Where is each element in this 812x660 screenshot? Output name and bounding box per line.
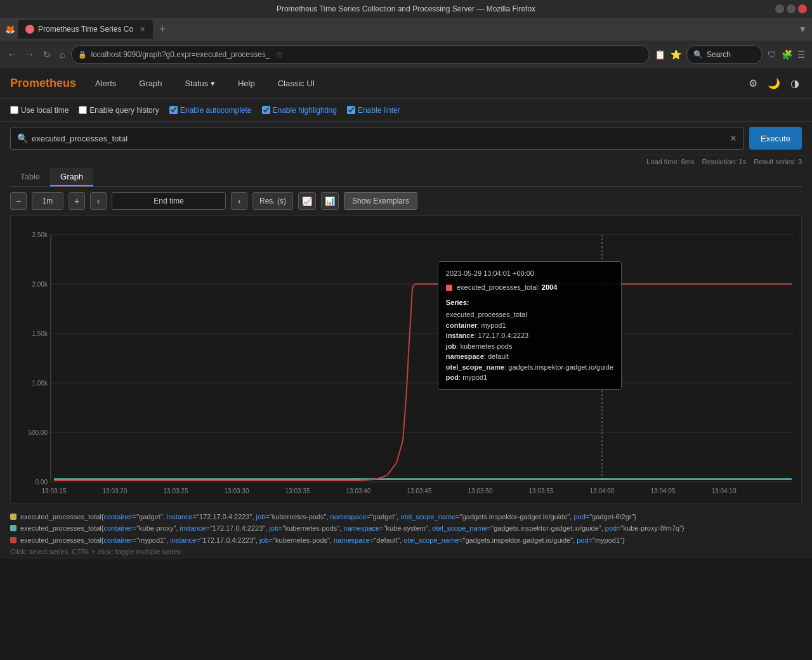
- new-tab-btn[interactable]: +: [155, 23, 170, 36]
- query-search-icon: 🔍: [17, 133, 28, 143]
- y-label-1500: 1.50k: [32, 330, 48, 337]
- titlebar: Prometheus Time Series Collection and Pr…: [0, 0, 812, 18]
- tab-title: Prometheus Time Series Co: [38, 25, 133, 34]
- main-content: Load time: 6ms Resolution: 1s Result ser…: [0, 155, 812, 559]
- legend-area: executed_processes_total{container="gadg…: [10, 508, 802, 559]
- forward-btn[interactable]: →: [23, 48, 37, 61]
- url-display: localhost:9090/graph?g0.expr=executed_pr…: [91, 50, 270, 59]
- x-label-6: 13:03:45: [407, 488, 432, 495]
- graph-controls: − 1m + ‹ End time › Res. (s) 📈 📊 Show Ex…: [10, 187, 802, 215]
- browser-search-label: Search: [707, 50, 731, 59]
- series-3-line: [54, 284, 792, 481]
- query-input-wrapper[interactable]: 🔍 ✕: [10, 127, 744, 150]
- show-exemplars-btn[interactable]: Show Exemplars: [344, 192, 417, 210]
- x-label-4: 13:03:35: [285, 488, 310, 495]
- star-icon[interactable]: ⭐: [669, 48, 683, 61]
- maximize-btn[interactable]: [787, 4, 796, 13]
- browser-toolbar-icons: 📋 ⭐: [653, 48, 683, 61]
- execute-btn[interactable]: Execute: [749, 127, 802, 150]
- tab-graph[interactable]: Graph: [50, 168, 93, 186]
- contrast-btn[interactable]: ◑: [788, 75, 802, 92]
- resolution-btn[interactable]: Res. (s): [252, 192, 293, 210]
- highlighting-option[interactable]: Enable highlighting: [262, 106, 337, 115]
- browser-tabbar: 🦊 Prometheus Time Series Co ✕ + ▼: [0, 18, 812, 41]
- titlebar-controls: [775, 4, 807, 13]
- line-chart-btn[interactable]: 📈: [298, 192, 316, 210]
- use-local-time-option[interactable]: Use local time: [10, 106, 69, 115]
- minimize-btn[interactable]: [775, 4, 784, 13]
- x-label-7: 13:03:50: [468, 488, 493, 495]
- autocomplete-option[interactable]: Enable autocomplete: [169, 106, 252, 115]
- next-time-btn[interactable]: ›: [231, 192, 247, 210]
- legend-item-3[interactable]: executed_processes_total{container="mypo…: [10, 536, 802, 545]
- legend-dot-1: [10, 514, 16, 520]
- nav-alerts[interactable]: Alerts: [91, 76, 120, 91]
- theme-btn[interactable]: 🌙: [765, 75, 783, 92]
- query-history-label: Enable query history: [89, 106, 159, 115]
- addressbar: ← → ↻ ⌂ 🔒 localhost:9090/graph?g0.expr=e…: [0, 41, 812, 68]
- y-label-1000: 1.00k: [32, 380, 48, 387]
- x-label-9: 13:04:00: [590, 488, 615, 495]
- linter-label: Enable linter: [358, 106, 400, 115]
- reload-btn[interactable]: ↻: [41, 48, 53, 61]
- tab-table[interactable]: Table: [10, 168, 50, 186]
- stats-bar: Load time: 6ms Resolution: 1s Result ser…: [10, 155, 802, 168]
- extensions-icon[interactable]: 🧩: [780, 48, 794, 61]
- range-label: 1m: [32, 192, 63, 210]
- browser-search-box[interactable]: 🔍 Search: [686, 45, 763, 64]
- x-label-11: 13:04:10: [712, 488, 737, 495]
- options-bar: Use local time Enable query history Enab…: [0, 99, 812, 122]
- back-btn[interactable]: ←: [5, 48, 19, 61]
- close-btn[interactable]: [798, 4, 807, 13]
- x-label-3: 13:03:30: [225, 488, 249, 495]
- tabs-menu-btn[interactable]: ▼: [798, 24, 807, 34]
- legend-text-1: executed_processes_total{container="gadg…: [20, 512, 802, 522]
- copy-icon[interactable]: 📋: [653, 48, 667, 61]
- use-local-time-label: Use local time: [21, 106, 69, 115]
- linter-option[interactable]: Enable linter: [347, 106, 400, 115]
- x-label-10: 13:04:05: [651, 488, 676, 495]
- bookmark-icon[interactable]: ☆: [276, 50, 283, 59]
- query-history-checkbox[interactable]: [79, 106, 87, 114]
- app-header: Prometheus Alerts Graph Status ▾ Help Cl…: [0, 68, 812, 99]
- search-magnifier-icon: 🔍: [693, 50, 703, 59]
- use-local-time-checkbox[interactable]: [10, 106, 18, 114]
- highlighting-label: Enable highlighting: [273, 106, 337, 115]
- query-input[interactable]: [32, 134, 726, 143]
- address-box[interactable]: 🔒 localhost:9090/graph?g0.expr=executed_…: [71, 45, 650, 64]
- bar-chart-btn[interactable]: 📊: [321, 192, 339, 210]
- legend-item-2[interactable]: executed_processes_total{container="kube…: [10, 524, 802, 533]
- home-btn[interactable]: ⌂: [57, 48, 67, 61]
- legend-text-3: executed_processes_total{container="mypo…: [20, 536, 802, 545]
- shield-icon: 🛡: [766, 48, 778, 61]
- legend-text-2: executed_processes_total{container="kube…: [20, 524, 802, 533]
- y-label-500: 500.00: [28, 429, 48, 436]
- menu-icon[interactable]: ☰: [796, 48, 807, 61]
- browser-tab-active[interactable]: Prometheus Time Series Co ✕: [18, 20, 153, 39]
- legend-item-1[interactable]: executed_processes_total{container="gadg…: [10, 512, 802, 522]
- nav-graph[interactable]: Graph: [135, 76, 166, 91]
- nav-help[interactable]: Help: [234, 76, 259, 91]
- chart-area: 2.50k 2.00k 1.50k 1.00k 500.00 0.00 13:0…: [10, 215, 802, 503]
- highlighting-checkbox[interactable]: [262, 106, 270, 114]
- settings-btn[interactable]: ⚙: [746, 75, 760, 92]
- header-icons: ⚙ 🌙 ◑: [746, 75, 802, 92]
- view-tabs: Table Graph: [10, 168, 802, 187]
- linter-checkbox[interactable]: [347, 106, 355, 114]
- autocomplete-checkbox[interactable]: [169, 106, 178, 114]
- decrease-range-btn[interactable]: −: [10, 192, 27, 210]
- legend-dot-2: [10, 525, 16, 531]
- legend-hint: Click: select series, CTRL + click: togg…: [10, 548, 802, 555]
- tab-close-btn[interactable]: ✕: [140, 25, 145, 34]
- prev-time-btn[interactable]: ‹: [90, 192, 107, 210]
- increase-range-btn[interactable]: +: [69, 192, 85, 210]
- nav-classic-ui[interactable]: Classic UI: [274, 76, 319, 91]
- nav-status[interactable]: Status ▾: [181, 76, 218, 91]
- query-clear-btn[interactable]: ✕: [730, 133, 737, 143]
- end-time-display[interactable]: End time: [112, 192, 226, 210]
- lock-icon: 🔒: [78, 51, 87, 59]
- query-history-option[interactable]: Enable query history: [79, 106, 159, 115]
- y-label-2500: 2.50k: [32, 231, 48, 238]
- x-label-1: 13:03:20: [103, 488, 128, 495]
- chart-svg: 2.50k 2.00k 1.50k 1.00k 500.00 0.00 13:0…: [11, 216, 801, 501]
